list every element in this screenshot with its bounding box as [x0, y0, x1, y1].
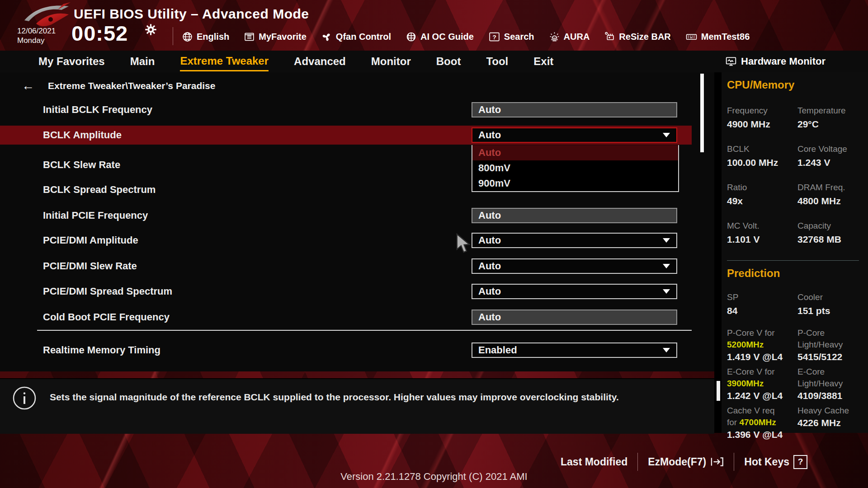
setting-row-cold-boot-pcie-frequency: Cold Boot PCIE Frequency Auto — [0, 309, 714, 325]
pcie-dmi-spread-spectrum-dropdown[interactable]: Auto — [472, 284, 677, 299]
resize-bar-button[interactable]: ReSize BAR — [604, 31, 670, 42]
ai-oc-guide-button[interactable]: AI OC Guide — [406, 31, 474, 42]
bios-screen: UEFI BIOS Utility – Advanced Mode 12/06/… — [0, 0, 868, 488]
header-toolbar: English MyFavorite Qfan Control AI OC Gu… — [182, 28, 750, 45]
keyboard-icon — [685, 31, 698, 42]
last-modified-button[interactable]: Last Modified — [561, 456, 627, 468]
footer-divider — [734, 453, 734, 471]
settings-divider — [37, 330, 692, 331]
time-display[interactable]: 00:52 — [71, 21, 128, 46]
memtest86-button[interactable]: MemTest86 — [685, 31, 750, 42]
setting-row-initial-bclk-frequency: Initial BCLK Frequency Auto — [0, 102, 714, 118]
setting-label: BCLK Slew Rate — [43, 159, 120, 171]
setting-label: PCIE/DMI Amplitude — [43, 235, 138, 246]
stat-ratio: Ratio 49x — [727, 182, 797, 206]
tab-extreme-tweaker[interactable]: Extreme Tweaker — [180, 52, 269, 71]
chevron-down-icon — [663, 348, 670, 352]
realtime-memory-timing-dropdown[interactable]: Enabled — [472, 343, 677, 358]
favorites-list-icon — [244, 31, 255, 42]
fan-icon — [321, 31, 332, 42]
hardware-monitor-panel: CPU/Memory Frequency 4900 MHz Temperatur… — [722, 72, 868, 433]
stat-ecore-light-heavy: E-Core Light/Heavy 4109/3881 — [797, 366, 860, 401]
qfan-control-button[interactable]: Qfan Control — [321, 31, 391, 42]
tab-exit[interactable]: Exit — [533, 52, 553, 71]
setting-label: PCIE/DMI Slew Rate — [43, 260, 137, 272]
tab-monitor[interactable]: Monitor — [371, 52, 411, 71]
setting-row-realtime-memory-timing: Realtime Memory Timing Enabled — [0, 342, 714, 358]
search-question-icon: ? — [488, 31, 500, 42]
footer-divider — [637, 453, 638, 471]
stat-capacity: Capacity 32768 MB — [797, 220, 860, 245]
exit-to-ezmode-icon — [710, 455, 724, 468]
pcie-dmi-amplitude-dropdown[interactable]: Auto — [472, 233, 677, 248]
tab-advanced[interactable]: Advanced — [294, 52, 346, 71]
date-display[interactable]: 12/06/2021 Monday — [17, 26, 56, 45]
panel-gap — [714, 72, 722, 433]
back-arrow-icon[interactable]: ← — [22, 80, 34, 92]
search-button[interactable]: ? Search — [488, 31, 534, 42]
stat-sp: SP 84 — [727, 291, 797, 316]
setting-row-pcie-dmi-slew-rate: PCIE/DMI Slew Rate Auto — [0, 258, 714, 274]
help-scrollbar[interactable] — [717, 381, 720, 401]
mouse-cursor — [456, 233, 475, 254]
cpu-memory-heading: CPU/Memory — [727, 79, 860, 91]
stat-cooler: Cooler 151 pts — [797, 291, 860, 316]
stat-ecore-voltage: E-Core V for 3900MHz 1.242 V @L4 — [727, 366, 797, 401]
main-menu-bar: My Favorites Main Extreme Tweaker Advanc… — [0, 51, 868, 72]
stat-heavy-cache: Heavy Cache 4226 MHz — [797, 405, 860, 440]
settings-gear-icon[interactable] — [145, 23, 157, 36]
stat-core-voltage: Core Voltage 1.243 V — [797, 143, 860, 168]
language-button[interactable]: English — [182, 31, 229, 42]
hot-keys-button[interactable]: Hot Keys ? — [744, 455, 807, 469]
setting-label: BCLK Amplitude — [43, 129, 122, 141]
setting-label: BCLK Spread Spectrum — [43, 184, 156, 196]
stat-frequency: Frequency 4900 MHz — [727, 105, 797, 130]
stat-bclk: BCLK 100.00 MHz — [727, 143, 797, 168]
dropdown-option-800mv[interactable]: 800mV — [472, 160, 678, 176]
app-title: UEFI BIOS Utility – Advanced Mode — [74, 6, 309, 22]
dropdown-option-auto[interactable]: Auto — [472, 145, 678, 160]
breadcrumb-path: Extreme Tweaker\Tweaker’s Paradise — [48, 80, 215, 91]
aura-button[interactable]: AURA — [549, 31, 590, 42]
header-divider — [173, 27, 173, 45]
setting-row-bclk-amplitude[interactable]: BCLK Amplitude Auto — [0, 126, 692, 145]
cpu-memory-stats: Frequency 4900 MHz Temperature 29°C BCLK… — [727, 105, 860, 245]
info-icon — [12, 385, 37, 411]
chevron-down-icon — [663, 264, 670, 268]
cold-boot-pcie-frequency-input[interactable]: Auto — [472, 310, 677, 325]
bclk-amplitude-dropdown-list: Auto 800mV 900mV — [472, 145, 679, 192]
bclk-amplitude-dropdown[interactable]: Auto — [472, 127, 677, 143]
initial-pcie-frequency-input[interactable]: Auto — [472, 208, 677, 223]
pcie-dmi-slew-rate-dropdown[interactable]: Auto — [472, 258, 677, 274]
setting-row-initial-pcie-frequency: Initial PCIE Frequency Auto — [0, 207, 714, 224]
setting-label: Initial BCLK Frequency — [43, 104, 152, 116]
help-text: Sets the signal magnitude of the referen… — [50, 392, 674, 403]
ezmode-button[interactable]: EzMode(F7) — [648, 455, 724, 468]
setting-label: Realtime Memory Timing — [43, 344, 160, 356]
settings-scrollbar[interactable] — [700, 74, 704, 152]
stat-dram-freq: DRAM Freq. 4800 MHz — [797, 182, 860, 206]
chevron-down-icon — [663, 238, 670, 243]
setting-label: Cold Boot PCIE Frequency — [43, 311, 170, 323]
question-badge-icon: ? — [793, 455, 807, 469]
stat-pcore-light-heavy: P-Core Light/Heavy 5415/5122 — [797, 327, 860, 362]
dropdown-option-900mv[interactable]: 900mV — [472, 176, 678, 191]
myfavorite-button[interactable]: MyFavorite — [244, 31, 307, 42]
chevron-down-icon — [663, 133, 670, 137]
initial-bclk-frequency-input[interactable]: Auto — [472, 102, 677, 117]
tab-boot[interactable]: Boot — [436, 52, 461, 71]
tab-main[interactable]: Main — [130, 52, 155, 71]
setting-label: PCIE/DMI Spread Spectrum — [43, 286, 172, 297]
tab-my-favorites[interactable]: My Favorites — [38, 52, 105, 71]
prediction-stats-top: SP 84 Cooler 151 pts — [727, 291, 860, 316]
aura-lamp-icon — [549, 31, 560, 42]
stat-mc-volt: MC Volt. 1.101 V — [727, 220, 797, 245]
resize-bar-chip-icon — [604, 31, 615, 42]
setting-row-pcie-dmi-spread-spectrum: PCIE/DMI Spread Spectrum Auto — [0, 283, 714, 300]
hardware-monitor-title: Hardware Monitor — [725, 51, 826, 72]
rog-logo-icon — [24, 2, 71, 28]
stat-cache-voltage: Cache V req for 4700MHz 1.396 V @L4 — [727, 405, 797, 440]
tab-tool[interactable]: Tool — [486, 52, 508, 71]
day-value: Monday — [17, 36, 56, 45]
footer-statusbar: Last Modified EzMode(F7) Hot Keys ? — [561, 453, 807, 470]
